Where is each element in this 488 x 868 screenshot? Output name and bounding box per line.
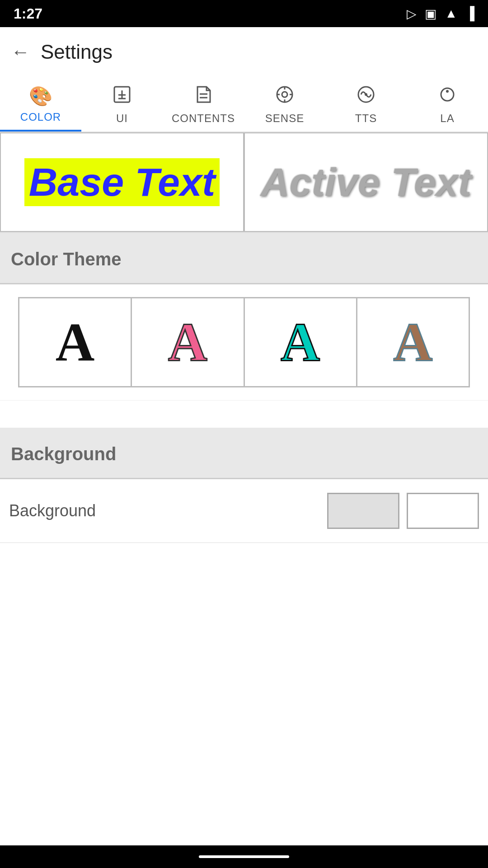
contents-tab-icon <box>194 85 213 108</box>
background-label: Background <box>9 501 318 520</box>
tab-bar: 🎨 COLOR UI CONTENTS <box>0 77 488 132</box>
status-bar: 1:27 ▷ ▣ ▲ ▐ <box>0 0 488 27</box>
la-tab-label: LA <box>440 112 454 125</box>
color-theme-title: Color Theme <box>11 249 121 269</box>
sense-tab-label: SENSE <box>265 112 304 125</box>
tab-color[interactable]: 🎨 COLOR <box>0 77 81 132</box>
status-icons: ▷ ▣ ▲ ▐ <box>407 6 474 21</box>
active-text-preview: Active Text <box>261 159 471 205</box>
svg-point-6 <box>365 93 367 96</box>
theme-option-black[interactable]: A <box>18 297 131 387</box>
ui-tab-label: UI <box>116 112 128 125</box>
theme-letter-black: A <box>56 315 95 369</box>
theme-option-brown[interactable]: A <box>356 297 470 387</box>
bg-swatch-white[interactable] <box>407 493 479 529</box>
signal-icon: ▐ <box>465 6 474 21</box>
tab-sense[interactable]: SENSE <box>244 77 325 132</box>
theme-letter-brown: A <box>394 315 433 369</box>
svg-point-4 <box>282 92 287 97</box>
background-section-title: Background <box>11 444 116 464</box>
svg-point-8 <box>446 90 449 93</box>
home-indicator <box>199 855 289 858</box>
theme-option-pink[interactable]: A <box>131 297 243 387</box>
bottom-bar <box>0 845 488 868</box>
cast-icon: ▷ <box>407 6 417 21</box>
background-section-header: Background <box>0 428 488 478</box>
tab-ui[interactable]: UI <box>81 77 163 132</box>
color-tab-label: COLOR <box>20 111 61 123</box>
color-theme-section-header: Color Theme <box>0 233 488 283</box>
sense-tab-icon <box>275 85 294 108</box>
wifi-icon: ▲ <box>445 6 457 21</box>
ui-tab-icon <box>113 85 131 108</box>
back-button[interactable]: ← <box>11 42 30 61</box>
la-tab-icon <box>438 85 457 108</box>
base-text-preview: Base Text <box>24 158 220 206</box>
bg-swatch-gray[interactable] <box>327 493 399 529</box>
base-text-panel[interactable]: Base Text <box>0 132 244 232</box>
theme-options-row: A A A A <box>0 284 488 401</box>
tts-tab-icon <box>357 85 375 108</box>
contents-tab-label: CONTENTS <box>172 112 235 125</box>
background-row: Background <box>0 479 488 543</box>
theme-letter-pink: A <box>168 315 207 369</box>
preview-row: Base Text Active Text <box>0 132 488 233</box>
theme-letter-teal: A <box>281 315 320 369</box>
tab-la[interactable]: LA <box>407 77 488 132</box>
tab-tts[interactable]: TTS <box>325 77 407 132</box>
status-time: 1:27 <box>14 5 42 22</box>
theme-option-teal[interactable]: A <box>244 297 356 387</box>
tab-contents[interactable]: CONTENTS <box>163 77 244 132</box>
color-tab-icon: 🎨 <box>29 85 52 107</box>
sim-icon: ▣ <box>425 6 436 21</box>
page-title: Settings <box>41 41 113 63</box>
spacer-1 <box>0 401 488 428</box>
active-text-panel[interactable]: Active Text <box>244 132 488 232</box>
header: ← Settings <box>0 27 488 77</box>
tts-tab-label: TTS <box>355 112 377 125</box>
background-swatches <box>327 493 479 529</box>
